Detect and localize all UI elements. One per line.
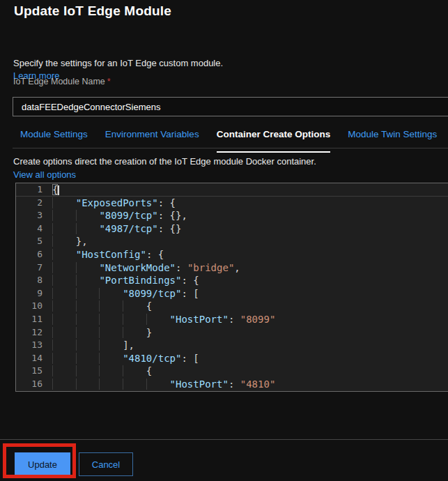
code-line: 14 "4810/tcp": [ <box>16 352 448 365</box>
indent-guides <box>52 300 146 312</box>
code-line: 3 "8099/tcp": {}, <box>16 209 448 222</box>
code-text: { <box>52 365 448 378</box>
tab-environment-variables[interactable]: Environment Variables <box>105 129 199 146</box>
indent-guides <box>52 365 146 376</box>
indent-guides <box>52 262 99 273</box>
json-punctuation: } <box>146 327 152 338</box>
line-number: 4 <box>16 222 52 236</box>
code-text: ], <box>52 339 448 352</box>
json-key: "8099/tcp" <box>99 210 157 221</box>
indent-guides <box>52 339 123 351</box>
module-name-label: IoT Edge Module Name* <box>13 77 111 86</box>
code-line: 7 "NetworkMode": "bridge", <box>16 261 448 275</box>
code-text: "ExposedPorts": { <box>52 197 448 210</box>
line-number: 8 <box>16 274 52 287</box>
tab-container-create-options[interactable]: Container Create Options <box>217 129 331 146</box>
indent-guides <box>52 275 99 286</box>
code-line: 9 "8099/tcp": [ <box>16 287 448 300</box>
code-text: } <box>52 326 448 339</box>
text-cursor <box>58 185 59 195</box>
line-number: 1 <box>16 183 52 196</box>
indent-guides <box>52 223 99 234</box>
indent-guides <box>52 288 123 299</box>
create-options-description: Create options direct the creation of th… <box>13 156 316 167</box>
line-number: 12 <box>16 326 52 339</box>
code-line: 15 { <box>16 365 448 378</box>
json-punctuation: : [ <box>181 353 199 364</box>
code-text: }, <box>52 235 448 248</box>
json-punctuation: : { <box>158 197 176 208</box>
code-text: "PortBindings": { <box>52 274 448 287</box>
json-punctuation: : {}, <box>158 210 187 221</box>
json-key: "HostPort" <box>170 379 229 390</box>
page-title: Update IoT Edge Module <box>14 3 171 19</box>
line-number: 9 <box>16 287 52 300</box>
json-string: "8099" <box>240 314 276 325</box>
json-punctuation: { <box>146 300 152 312</box>
json-key: "4810/tcp" <box>123 353 181 364</box>
json-punctuation: : <box>229 314 240 325</box>
json-punctuation: , <box>234 262 240 273</box>
indent-guides <box>52 379 170 390</box>
indent-guides <box>52 249 76 260</box>
json-punctuation: : {} <box>158 223 182 234</box>
json-string: "bridge" <box>187 262 234 273</box>
json-key: "4987/tcp" <box>99 223 157 234</box>
line-number: 15 <box>16 365 52 378</box>
code-line: 11 "HostPort": "8099" <box>16 313 448 326</box>
code-text: { <box>52 300 448 313</box>
code-line: 2 "ExposedPorts": { <box>16 197 448 210</box>
line-number: 16 <box>16 378 52 391</box>
indent-guides <box>52 327 146 338</box>
line-number: 11 <box>16 313 52 326</box>
line-number: 3 <box>16 209 52 222</box>
indent-guides <box>52 210 99 221</box>
code-text: "4810/tcp": [ <box>52 352 448 365</box>
create-options-editor[interactable]: 1{2 "ExposedPorts": {3 "8099/tcp": {},4 … <box>15 183 448 392</box>
code-line: 12 } <box>16 326 448 339</box>
line-number: 5 <box>16 235 52 248</box>
json-punctuation: { <box>52 184 58 195</box>
code-text: "HostConfig": { <box>52 248 448 261</box>
module-description: Specify the settings for an IoT Edge cus… <box>13 58 223 68</box>
json-key: "NetworkMode" <box>99 262 176 273</box>
json-punctuation: : <box>176 262 187 273</box>
code-text: "4987/tcp": {} <box>52 222 448 236</box>
indent-guides <box>52 353 123 364</box>
json-punctuation: : { <box>146 249 164 260</box>
cancel-button[interactable]: Cancel <box>79 452 133 476</box>
code-text: "NetworkMode": "bridge", <box>52 261 448 275</box>
tabs-divider <box>13 148 448 148</box>
code-text: "8099/tcp": [ <box>52 287 448 300</box>
tab-module-twin-settings[interactable]: Module Twin Settings <box>348 129 437 146</box>
json-string: "4810" <box>240 379 276 390</box>
indent-guides <box>52 314 170 325</box>
line-number: 14 <box>16 352 52 365</box>
code-line: 1{ <box>16 183 448 197</box>
view-all-options-link[interactable]: View all options <box>13 169 76 180</box>
line-number: 10 <box>16 300 52 313</box>
json-key: "ExposedPorts" <box>76 197 158 208</box>
line-number: 13 <box>16 339 52 352</box>
line-number: 6 <box>16 248 52 261</box>
line-number: 7 <box>16 261 52 275</box>
code-text: "8099/tcp": {}, <box>52 209 448 222</box>
json-punctuation: ], <box>123 339 134 351</box>
tab-module-settings[interactable]: Module Settings <box>20 129 88 146</box>
code-line: 8 "PortBindings": { <box>16 274 448 287</box>
code-line: 6 "HostConfig": { <box>16 248 448 261</box>
json-key: "PortBindings" <box>99 275 181 286</box>
update-button[interactable]: Update <box>15 452 70 476</box>
code-line: 5 }, <box>16 235 448 248</box>
tabs: Module SettingsEnvironment VariablesCont… <box>20 129 448 146</box>
json-punctuation: }, <box>76 236 88 247</box>
json-key: "8099/tcp" <box>123 288 181 299</box>
code-line: 10 { <box>16 300 448 313</box>
json-punctuation: : <box>229 379 240 390</box>
indent-guides <box>52 197 76 208</box>
required-asterisk: * <box>107 77 111 86</box>
code-text: { <box>52 183 448 196</box>
editor-lines: 1{2 "ExposedPorts": {3 "8099/tcp": {},4 … <box>16 183 448 391</box>
json-key: "HostConfig" <box>76 249 146 260</box>
module-name-input[interactable] <box>13 97 448 116</box>
